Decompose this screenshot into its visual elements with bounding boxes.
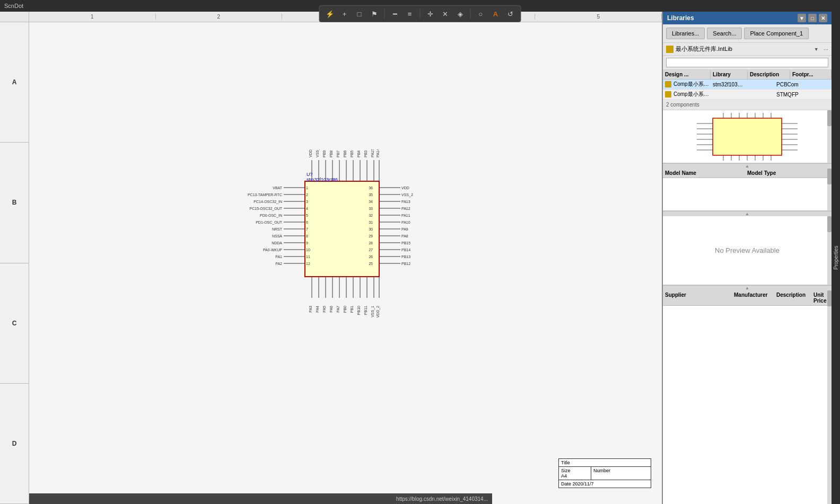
comp-row-0[interactable]: Comp最小系统元 stm32f103c8t6 PCBCom (663, 79, 832, 90)
filter-btn[interactable]: ⚡ (324, 8, 336, 20)
text-btn[interactable]: A (490, 8, 502, 20)
supplier-scroll-up[interactable]: ▲ (663, 285, 832, 290)
svg-text:PA3: PA3 (309, 306, 312, 313)
main-layout: A B C D 1 2 3 4 5 U? stm32f103c8t6 (0, 12, 840, 504)
svg-text:11: 11 (306, 255, 310, 259)
panel-close-btn[interactable]: ✕ (819, 14, 827, 22)
wire-btn[interactable]: ━ (389, 8, 401, 20)
comp-footprint-1: STMQFP (776, 92, 829, 98)
date-label: Date (561, 481, 571, 487)
search-btn[interactable]: Search... (707, 28, 742, 39)
sep3 (470, 9, 471, 19)
title-label: Title (561, 460, 570, 465)
comp-row-1[interactable]: Comp最小系统元 STMQFP (663, 90, 832, 100)
no-preview-scroll-up[interactable]: ▲ (663, 211, 832, 216)
panel-float-btn[interactable]: □ (808, 14, 817, 22)
filter-row (663, 56, 832, 70)
svg-text:26: 26 (369, 255, 373, 259)
svg-text:PB1: PB1 (350, 306, 354, 313)
col-5: 5 (535, 14, 662, 20)
lib-dropdown-arrow[interactable]: ▼ (814, 47, 821, 52)
svg-text:PA15: PA15 (371, 149, 374, 157)
svg-text:PB5: PB5 (350, 151, 354, 157)
svg-text:VSS_2: VSS_2 (401, 193, 413, 197)
ic-preview-svg (670, 113, 824, 161)
svg-text:5: 5 (306, 214, 308, 217)
model-scrollbar[interactable] (827, 169, 832, 210)
svg-text:NRST: NRST (272, 227, 283, 231)
model-scrollbar-thumb (827, 169, 832, 184)
row-label-b: B (0, 143, 29, 263)
noconn-btn[interactable]: ✕ (440, 8, 451, 20)
svg-text:PA9: PA9 (401, 227, 408, 231)
panel-titlebar-buttons: ▼ □ ✕ (798, 14, 827, 22)
place-component-btn[interactable]: Place Component_1 (744, 28, 809, 39)
svg-text:29: 29 (369, 234, 373, 238)
row-labels: A B C D (0, 12, 29, 504)
row-label-a: A (0, 22, 29, 143)
filter-input[interactable] (666, 58, 828, 67)
svg-text:25: 25 (369, 262, 373, 266)
svg-text:31: 31 (369, 220, 373, 224)
svg-text:PB8: PB8 (329, 151, 333, 157)
svg-text:NSSA: NSSA (272, 234, 282, 238)
libraries-btn[interactable]: Libraries... (666, 28, 705, 39)
no-preview-section: No Preview Available (663, 216, 832, 285)
rect-btn[interactable]: □ (354, 8, 365, 20)
power-btn[interactable]: ⚑ (369, 8, 380, 20)
svg-text:9: 9 (306, 241, 308, 245)
col-header-description: Description (748, 70, 790, 79)
bus-btn[interactable]: ≡ (404, 8, 416, 20)
svg-text:1: 1 (306, 186, 308, 190)
svg-text:PC14-OSC32_IN: PC14-OSC32_IN (253, 200, 282, 204)
svg-text:PA6: PA6 (329, 306, 333, 313)
preview-scrollbar[interactable] (827, 110, 832, 163)
svg-text:30: 30 (369, 227, 373, 231)
ic-svg: U? stm32f103c8t6 VBAT 1 PC13-TAMPER-RTC … (236, 149, 501, 340)
junction-btn[interactable]: ✛ (425, 8, 436, 20)
properties-panel[interactable]: Properties (832, 12, 840, 504)
supplier-scrollbar[interactable] (827, 290, 832, 504)
model-scroll-up[interactable]: ▲ (663, 163, 832, 169)
panel-dropdown-btn[interactable]: ▼ (798, 14, 806, 22)
comp-footprint-0: PCBCom (776, 82, 829, 87)
svg-text:2: 2 (306, 193, 308, 197)
svg-text:PA8: PA8 (401, 234, 408, 238)
canvas-area[interactable]: 1 2 3 4 5 U? stm32f103c8t6 VBAT 1 (29, 12, 662, 504)
svg-text:PA2: PA2 (275, 262, 282, 266)
svg-text:7: 7 (306, 227, 308, 231)
title-block-size-col: Size A4 (559, 467, 591, 480)
svg-rect-119 (713, 118, 782, 155)
lib-path-text: 最小系统元件库.IntLib (676, 45, 812, 53)
svg-text:PA12: PA12 (401, 207, 410, 210)
svg-text:PB10: PB10 (357, 306, 361, 315)
row-label-d: D (0, 384, 29, 504)
supplier-col-manufacturer-header: Manufacturer (734, 292, 776, 304)
svg-text:VDD: VDD (401, 186, 409, 190)
svg-text:PB11: PB11 (364, 306, 368, 315)
panel-title: Libraries (667, 14, 694, 22)
sep1 (384, 9, 385, 19)
panel-top-buttons: Libraries... Search... Place Component_1 (663, 24, 832, 43)
undo-btn[interactable]: ↺ (505, 8, 517, 20)
svg-text:VSS_1: VSS_1 (371, 306, 375, 317)
circle-btn[interactable]: ○ (475, 8, 487, 20)
date-value: 2020/11/7 (573, 481, 594, 487)
svg-text:VBAT: VBAT (273, 186, 282, 190)
model-table-header: Model Name Model Type (663, 169, 832, 178)
add-btn[interactable]: + (339, 8, 351, 20)
lib-more-btn[interactable]: ··· (824, 46, 828, 52)
no-preview-scrollbar[interactable] (827, 216, 832, 285)
svg-text:PB7: PB7 (336, 151, 340, 157)
comp-icon-0 (665, 81, 671, 87)
svg-text:VSS_3: VSS_3 (316, 149, 320, 157)
netlabel-btn[interactable]: ◈ (454, 8, 466, 20)
title-block-title-row: Title (559, 459, 651, 467)
libraries-panel: Libraries ▼ □ ✕ Libraries... Search... P… (662, 12, 832, 504)
svg-text:stm32f103c8t6: stm32f103c8t6 (307, 177, 338, 182)
title-block: Title Size A4 Number Date 2020/11/7 (558, 458, 651, 488)
svg-text:PB15: PB15 (401, 241, 410, 245)
col-header-footprint: Footpr... (790, 70, 832, 79)
svg-text:35: 35 (369, 193, 373, 197)
lib-icon (666, 46, 673, 53)
